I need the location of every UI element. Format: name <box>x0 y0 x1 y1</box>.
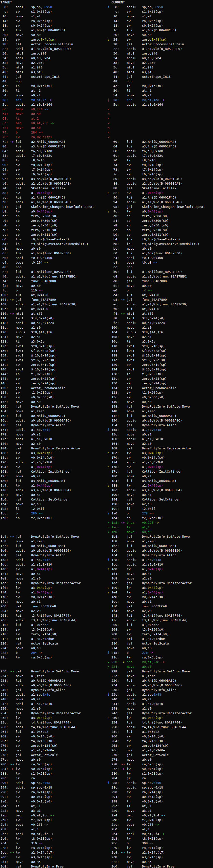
asm-line: 27c: move a0,s0 <box>0 757 107 762</box>
asm-line: 298: lh v0,0x1c(a0) <box>108 799 213 804</box>
asm-token: 1d4: jal DynaPolyInfo_Alloc <box>0 553 65 557</box>
asm-line: 240: move a0,s1 <box>108 697 213 702</box>
asm-line: 2a0: move a3,a1 <box>108 808 213 813</box>
asm-line: 234: addiu a0,a0,%lo(D_0600BA8C) <box>108 683 213 687</box>
asm-line: 18c: sw v0,0x14c(s0) <box>0 455 107 460</box>
asm-token: > <box>108 525 111 529</box>
asm-token: 90: sw t8,0x18(sp) <box>0 163 52 167</box>
asm-token: 38: move a2,zero <box>0 61 44 65</box>
asm-token: 1b0: move a0,s0 <box>111 530 151 534</box>
asm-line: > 220: ~> bne v0,at,278 ~> <box>108 660 213 664</box>
branch-arrow: ~> <box>149 651 153 655</box>
asm-line: 40: mfc1 a3,$f0 <box>0 70 107 74</box>
branch-arrow: ~> <box>44 823 48 827</box>
asm-token: > <box>108 521 111 524</box>
asm-token: f4: <box>108 312 121 315</box>
asm-token: cc: sb zero,0x311(s0) <box>0 233 58 237</box>
asm-token: 1a4: sb t2,0xae(s0) <box>108 516 163 520</box>
asm-line: 1bc: b 280 ~> <box>0 511 107 516</box>
asm-token: 90: lui a1,%hi(D_06001F4C) <box>108 196 176 199</box>
asm-line: > 1a8: ~> bnez v0,220 ~> <box>108 520 213 525</box>
asm-token: 110: swc1 $f8,0x10(sp) <box>108 344 165 348</box>
asm-token: jal func_80A87800 <box>125 298 167 302</box>
asm-line: 1a8: addiu a3,a3,%lo(D_80A88CB4) <box>0 488 107 492</box>
asm-line: 1c: lui a1,%hi(D_80A88CE0) <box>0 28 107 33</box>
asm-token: 1f4: lw a1, <box>0 590 37 594</box>
asm-token: 0x48 <box>153 428 161 432</box>
asm-token: 30: mtc1 zero,$f0 <box>0 52 46 55</box>
asm-token: 150: addiu a0,a0,%lo(D_06000A1C) <box>108 418 182 422</box>
asm-line: f8: move a0,s0 <box>0 283 107 288</box>
asm-token: 260: sw v0,0x14c(s0) <box>108 735 165 738</box>
asm-token: 194: sw a1, <box>0 465 37 469</box>
asm-token: CURRENT <box>108 0 125 4</box>
asm-token: 0x48(sp) <box>148 716 163 720</box>
asm-token: b8: lw a0, <box>0 210 37 213</box>
asm-line: b8: lhu t9,%lo(gSaveContext+0xeda)(t9) <box>108 242 213 246</box>
branch-arrow: ~> <box>121 767 125 771</box>
asm-token: 80: lui a3,%hi(D_06001F4C) <box>0 145 65 148</box>
asm-token: 2c8: sw a3,0x1c(sp) <box>108 855 163 859</box>
asm-token: 138: sw t1,0x20(sp) <box>108 391 163 394</box>
asm-line: e0: andi t0,t9,0x400 <box>0 255 107 260</box>
asm-token: ac: lui a1,%hi(D_06001F4C) <box>0 196 65 199</box>
asm-line: 110: ~> mtc1 at,$f6 <box>0 311 107 316</box>
asm-token: cc: nop <box>108 265 133 269</box>
asm-line: s 1e0: lw a3,0x48(sp) <box>108 585 213 590</box>
asm-line: 2cc: ~> lw a2,0x14c(t7) <box>0 850 107 855</box>
asm-line: 8c: li t8,0x16 <box>0 158 107 163</box>
asm-line: 1c: lui a1,%hi(D_80A88CE0) <box>108 28 213 33</box>
asm-line: 200: lui a1,0x3db2 <box>108 622 213 627</box>
asm-line: 270: sw zero,0x134(s0) <box>0 743 107 748</box>
asm-line: 274: move a0,s0 <box>108 757 213 762</box>
asm-token: 17c: jal Collider_InitCylinder <box>108 470 182 473</box>
asm-line: 54: move a0,s1 <box>108 93 213 98</box>
asm-token: 58: bne v0,at,1a8 <box>111 98 161 102</box>
asm-line: 240: jal DynaPolyInfo_Alloc <box>0 687 107 692</box>
asm-token: 1d8: addiu a1,sp, <box>0 558 42 562</box>
branch-arrow: ~> <box>121 850 125 854</box>
asm-token: a0: sh zero,0x30a(s0) <box>108 214 169 218</box>
asm-line: 1cc: lui a0,%hi(D_06001830) <box>0 544 107 548</box>
asm-token: 54: move a0,s1 <box>0 93 40 97</box>
asm-token: jal func_80A87800 <box>14 298 56 302</box>
asm-token: 278 <box>142 512 148 515</box>
asm-token: i <box>108 693 111 696</box>
asm-line: 2c: addiu a1,a1,%lo(D_80A88CE0) <box>0 46 107 51</box>
asm-line: 4c: lh v0,0x1c(s0) <box>0 84 107 88</box>
asm-line: 110: swc1 $f8,0x10(sp) <box>108 344 213 348</box>
asm-token: 244: addiu a1,sp, <box>0 693 42 696</box>
asm-line: s 16c: lw a3,0x48(sp) <box>108 451 213 455</box>
asm-token: 234: move a1,zero <box>0 674 44 678</box>
asm-line: dc: lui a1,%hi(func_80A87C30) <box>0 251 107 255</box>
asm-token: 278: jal Actor_SetScale <box>0 753 58 757</box>
asm-line: 168: lui a0,%hi(D_06000A1C) <box>0 413 107 418</box>
asm-token: 134: jal Actor_SpawnAsChild <box>108 386 176 390</box>
asm-token: 198: jal Collider_InitCylinder <box>0 470 71 473</box>
asm-line: 94: addiu a1,a1,%lo(D_06001F4C) <box>108 200 213 205</box>
asm-line: 30: mtc1 zero,$f0 <box>0 51 107 56</box>
asm-line: < <box>108 125 213 130</box>
asm-line: 1e4: move a0,s1 <box>0 571 107 576</box>
asm-line: 218: sw zero,0x134(s0) <box>0 632 107 637</box>
asm-line: 238: jal DynaPolyInfo_Alloc <box>108 687 213 692</box>
asm-token: 104: sub.s $f8,$f4,$f6 <box>108 330 163 334</box>
asm-token: 28: jal Actor_ProcessInitChain <box>0 42 73 46</box>
branch-arrow: ~> <box>161 813 165 817</box>
asm-line: i 23c: addiu a1,sp,0x48 <box>108 692 213 697</box>
asm-line: 2b8: li at,1 <box>0 827 107 832</box>
asm-line: 100: move a1,s0 <box>108 325 213 330</box>
asm-line: 2a8: move a3,a1 <box>0 808 107 813</box>
asm-token: 298: lh v0,0x1c(a0) <box>108 800 163 803</box>
asm-token: 230: <box>0 670 10 673</box>
asm-token: 204: move a2,v0 <box>0 609 40 613</box>
asm-line: 20c: ori a1,a1,0x2d0e <box>108 637 213 641</box>
asm-token: 29c: sw a0,0x18(sp) <box>0 795 52 799</box>
asm-line: 260: sw v0,0x14c(s0) <box>108 734 213 739</box>
asm-line: 118: addiu a0,s1,0x1c24 <box>0 320 107 325</box>
asm-token: d0: lui t9,%hi(gSaveContext) <box>0 238 69 241</box>
asm-token: 1b4: move a2,s0 <box>0 502 40 506</box>
asm-token <box>37 512 39 515</box>
asm-token: 58: beq v0,at,7c <box>0 98 48 102</box>
asm-token: 210: jal Actor_SetScale <box>108 642 169 645</box>
